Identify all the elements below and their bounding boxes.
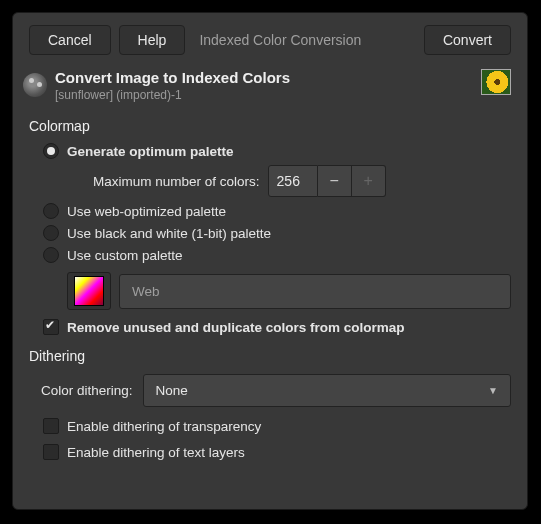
dialog-header: Convert Image to Indexed Colors [sunflow…: [13, 65, 527, 110]
chevron-down-icon: ▼: [488, 385, 498, 396]
radio-web-optimized[interactable]: [43, 203, 59, 219]
stepper-decrement[interactable]: −: [318, 165, 352, 197]
window-title: Indexed Color Conversion: [199, 32, 361, 48]
stepper-increment[interactable]: +: [352, 165, 386, 197]
checkbox-remove-unused[interactable]: [43, 319, 59, 335]
image-name-label: [sunflower] (imported)-1: [55, 88, 473, 102]
max-colors-label: Maximum number of colors:: [93, 174, 260, 189]
dithering-section-title: Dithering: [13, 340, 527, 368]
max-colors-stepper: − +: [268, 165, 386, 197]
radio-custom-palette[interactable]: [43, 247, 59, 263]
palette-gradient-icon: [74, 276, 104, 306]
radio-generate-label: Generate optimum palette: [67, 144, 234, 159]
colormap-section-title: Colormap: [13, 110, 527, 138]
titlebar: Cancel Help Indexed Color Conversion Con…: [13, 13, 527, 65]
cancel-button[interactable]: Cancel: [29, 25, 111, 55]
help-button[interactable]: Help: [119, 25, 186, 55]
radio-black-white[interactable]: [43, 225, 59, 241]
radio-web-label: Use web-optimized palette: [67, 204, 226, 219]
dither-transparency-label: Enable dithering of transparency: [67, 419, 261, 434]
checkbox-dither-transparency[interactable]: [43, 418, 59, 434]
radio-custom-label: Use custom palette: [67, 248, 183, 263]
app-icon: [23, 73, 47, 97]
dialog-window: Cancel Help Indexed Color Conversion Con…: [12, 12, 528, 510]
convert-button[interactable]: Convert: [424, 25, 511, 55]
image-thumbnail: [481, 69, 511, 95]
radio-generate-optimum[interactable]: [43, 143, 59, 159]
radio-bw-label: Use black and white (1-bit) palette: [67, 226, 271, 241]
color-dithering-select[interactable]: None ▼: [143, 374, 511, 407]
color-dithering-value: None: [156, 383, 188, 398]
dither-text-layers-label: Enable dithering of text layers: [67, 445, 245, 460]
color-dithering-label: Color dithering:: [41, 383, 133, 398]
palette-name-field[interactable]: Web: [119, 274, 511, 309]
checkbox-dither-text-layers[interactable]: [43, 444, 59, 460]
max-colors-input[interactable]: [268, 165, 318, 197]
palette-swatch-button[interactable]: [67, 272, 111, 310]
remove-unused-label: Remove unused and duplicate colors from …: [67, 320, 405, 335]
dialog-title: Convert Image to Indexed Colors: [55, 69, 473, 86]
